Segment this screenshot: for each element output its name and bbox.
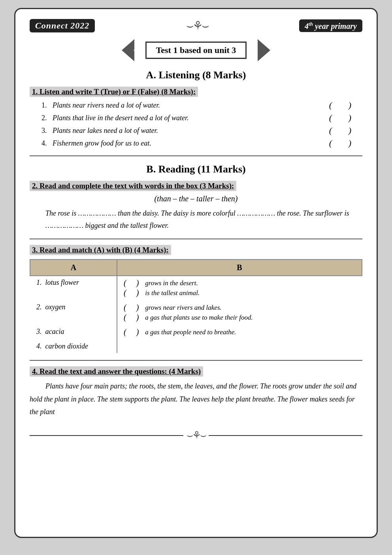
q4-heading-text: 4. Read the text and answer the question… (30, 366, 203, 377)
footer-deco: ⌣⚘⌣ (30, 429, 362, 441)
page: Connect 2022 ⌣⚘⌣ 4th year primary Test 1… (14, 8, 378, 538)
arrow-left (122, 39, 145, 61)
q3-divider (30, 239, 362, 239)
arrow-left-outer (122, 39, 134, 61)
q4-divider (30, 360, 362, 361)
q4-heading: 4. Read the text and answer the question… (30, 366, 362, 377)
arrow-right-outer (258, 39, 270, 61)
header-deco: ⌣⚘⌣ (186, 19, 208, 33)
word-box: (than – the – taller – then) (30, 194, 362, 203)
arrow-left-inner (134, 42, 144, 59)
table-row: 3. acacia ( )a gas that people need to b… (30, 325, 362, 340)
q1-heading-text: 1. Listen and write T (True) or F (False… (30, 87, 198, 97)
reading-passage: Plants have four main parts; the roots, … (30, 380, 362, 418)
listening-section-heading: A. Listening (8 Marks) (30, 69, 362, 81)
list-item: 3. Plants near lakes need a lot of water… (41, 125, 362, 136)
section-divider (30, 155, 362, 156)
footer-line-right (209, 435, 362, 436)
q1-heading: 1. Listen and write T (True) or F (False… (30, 87, 362, 97)
brand-label: Connect 2022 (30, 19, 95, 32)
reading-section-heading: B. Reading (11 Marks) (30, 163, 362, 175)
list-item: 2. Plants that live in the desert need a… (41, 113, 362, 123)
match-col-a-header: A (30, 260, 117, 276)
arrow-right-inner (248, 42, 258, 59)
table-row: 1. lotus flower ( )grows in the desert. … (30, 276, 362, 301)
footer-symbol: ⌣⚘⌣ (187, 429, 205, 441)
list-item: 1. Plants near rivers need a lot of wate… (41, 100, 362, 110)
listening-list: 1. Plants near rivers need a lot of wate… (30, 100, 362, 148)
passage-q2: The rose is ……………… than the daisy. The d… (30, 207, 362, 231)
title-box: Test 1 based on unit 3 (145, 42, 247, 59)
q3-heading: 3. Read and match (A) with (B) (4 Marks)… (30, 245, 362, 255)
q2-heading: 2. Read and complete the text with words… (30, 181, 362, 191)
q3-heading-text: 3. Read and match (A) with (B) (4 Marks)… (30, 245, 171, 255)
q2-heading-text: 2. Read and complete the text with words… (30, 181, 236, 191)
grade-text: 4th year primary (305, 21, 357, 31)
header: Connect 2022 ⌣⚘⌣ 4th year primary (30, 19, 362, 33)
footer-line-left (30, 435, 183, 436)
match-col-b-header: B (117, 260, 362, 276)
table-row: 2. oxygen ( )grows near rivers and lakes… (30, 301, 362, 325)
title-container: Test 1 based on unit 3 (30, 39, 362, 61)
brand-text: Connect 2022 (35, 21, 89, 30)
grade-label: 4th year primary (299, 19, 362, 32)
table-row: 4. carbon dioxide (30, 340, 362, 353)
arrow-right (247, 39, 270, 61)
title-text: Test 1 based on unit 3 (156, 45, 236, 55)
list-item: 4. Fishermen grow food for us to eat. ( … (41, 138, 362, 148)
match-table: A B 1. lotus flower ( )grows in the dese… (30, 259, 362, 353)
